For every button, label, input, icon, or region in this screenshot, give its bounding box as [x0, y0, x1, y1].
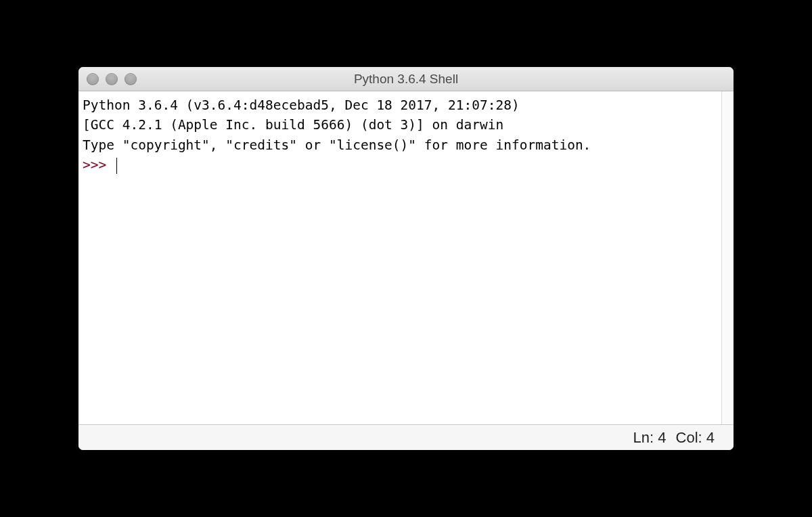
minimize-button[interactable] [106, 73, 118, 85]
statusbar: Ln: 4 Col: 4 [78, 424, 734, 450]
close-button[interactable] [87, 73, 99, 85]
shell-text-area[interactable]: Python 3.6.4 (v3.6.4:d48ecebad5, Dec 18 … [78, 91, 721, 424]
vertical-scrollbar[interactable] [721, 91, 734, 424]
editor-area: Python 3.6.4 (v3.6.4:d48ecebad5, Dec 18 … [78, 91, 734, 424]
shell-banner-line: Type "copyright", "credits" or "license(… [83, 135, 717, 155]
status-line-number: Ln: 4 [633, 429, 667, 447]
traffic-lights [78, 73, 137, 85]
text-cursor [116, 158, 117, 174]
shell-prompt-line: >>> [83, 155, 717, 175]
window-title: Python 3.6.4 Shell [78, 72, 734, 87]
shell-banner-line: Python 3.6.4 (v3.6.4:d48ecebad5, Dec 18 … [83, 95, 717, 115]
shell-banner-line: [GCC 4.2.1 (Apple Inc. build 5666) (dot … [83, 115, 717, 135]
idle-shell-window: Python 3.6.4 Shell Python 3.6.4 (v3.6.4:… [78, 67, 734, 450]
titlebar: Python 3.6.4 Shell [78, 67, 734, 91]
status-col-number: Col: 4 [676, 429, 715, 447]
zoom-button[interactable] [125, 73, 137, 85]
prompt-marker: >>> [83, 157, 114, 173]
